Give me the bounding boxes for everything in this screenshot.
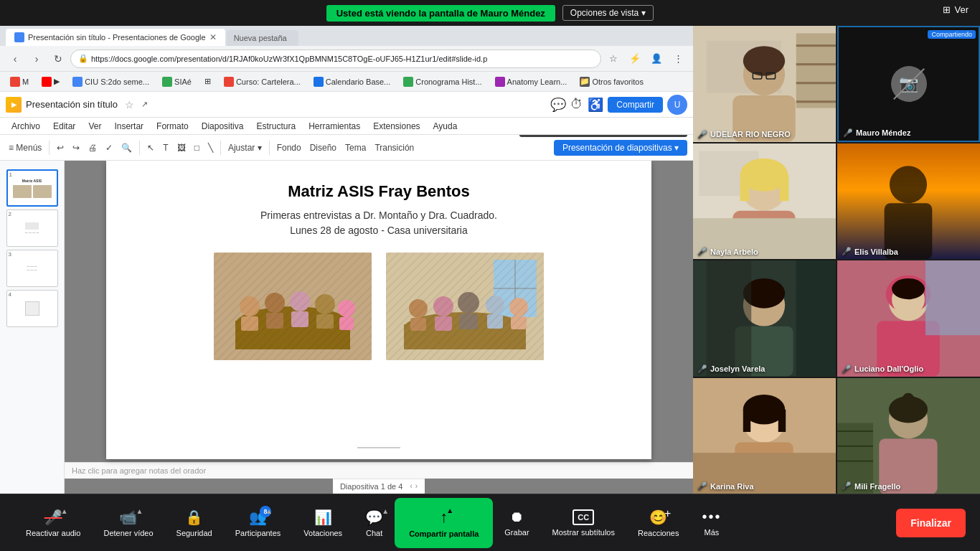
zoom-btn[interactable]: 🔍: [118, 138, 135, 157]
bookmark-cronograma[interactable]: Cronograma Hist...: [399, 75, 486, 88]
menu-editar[interactable]: Editar: [47, 120, 81, 133]
menu-formato[interactable]: Formato: [151, 120, 194, 133]
svg-point-23: [458, 292, 479, 314]
background-btn[interactable]: Fondo: [274, 138, 304, 157]
svg-rect-37: [796, 44, 836, 47]
menu-icon[interactable]: ⋮: [669, 50, 687, 68]
redo-btn[interactable]: ↪: [70, 138, 83, 157]
bookmark-calendar[interactable]: Calendario Base...: [309, 75, 395, 88]
record-button[interactable]: ⏺ Grabar: [493, 498, 540, 548]
mute-audio-button[interactable]: 🎤 ▲ Reactivar audio: [14, 498, 92, 548]
svg-point-9: [315, 294, 335, 314]
slide-4-thumb-content: [24, 300, 41, 317]
prev-slide-icon[interactable]: ‹: [410, 482, 412, 490]
bookmark-gmail[interactable]: M: [6, 75, 33, 88]
bookmark-ciu[interactable]: CIU S:2do seme...: [68, 75, 154, 88]
menu-ayuda[interactable]: Ayuda: [428, 120, 463, 133]
view-options-button[interactable]: Opciones de vista ▾: [562, 5, 654, 21]
print-btn[interactable]: 🖨: [85, 138, 100, 157]
layout-btn[interactable]: Diseño: [307, 138, 339, 157]
view-options-label: Opciones de vista: [570, 8, 639, 18]
tab-title: Presentación sin título - Presentaciones…: [28, 33, 206, 42]
menu-archivo[interactable]: Archivo: [6, 120, 46, 133]
next-slide-icon[interactable]: ›: [415, 482, 418, 490]
accessibility-icon[interactable]: ♿: [588, 97, 603, 113]
slide-thumb-3[interactable]: 3 — — — — — —: [6, 250, 58, 287]
slide-thumb-2[interactable]: 2 — — — —: [6, 209, 58, 247]
chat-label: Chat: [366, 529, 382, 537]
participant-video-mili: [837, 378, 980, 494]
polls-button[interactable]: 📊 Votaciones: [292, 498, 354, 548]
image-btn[interactable]: 🖼: [174, 138, 189, 157]
subtitles-button[interactable]: CC Mostrar subtítulos: [541, 498, 626, 548]
bookmark-apps[interactable]: ⊞: [200, 75, 215, 88]
finalize-button[interactable]: Finalizar: [896, 509, 966, 537]
bookmark-siae[interactable]: SIAé: [158, 75, 196, 88]
subtitles-label: Mostrar subtítulos: [552, 528, 615, 537]
participant-tile-elis: 🎤 Elis Villalba: [837, 143, 980, 260]
menu-extensiones[interactable]: Extensiones: [367, 120, 425, 133]
text-btn[interactable]: T: [160, 138, 171, 157]
menu-estructura[interactable]: Estructura: [250, 120, 301, 133]
undo-btn[interactable]: ↩: [54, 138, 67, 157]
adjustar-btn[interactable]: Ajustar ▾: [225, 138, 265, 157]
present-button[interactable]: Presentación de diapositivas ▾: [554, 140, 687, 156]
bookmark-cartelera[interactable]: Curso: Cartelera...: [220, 75, 305, 88]
participant-name-mili: 🎤 Mili Fragello: [842, 481, 900, 491]
bookmark-star-icon[interactable]: ☆: [604, 50, 623, 68]
slides-logo-icon: ▶: [6, 97, 22, 113]
bookmarks-bar: M ▶ CIU S:2do seme... SIAé ⊞: [0, 72, 693, 92]
back-button[interactable]: ‹: [6, 50, 24, 68]
active-browser-tab[interactable]: Presentación sin título - Presentaciones…: [6, 29, 225, 46]
bookmark-anatomy[interactable]: Anatomy Learn...: [491, 75, 572, 88]
slide-notes-area[interactable]: Haz clic para agregar notas del orador: [65, 462, 693, 479]
notes-placeholder-text: Haz clic para agregar notas del orador: [72, 466, 206, 475]
lines-btn[interactable]: ╲: [205, 138, 216, 157]
svg-rect-71: [778, 409, 786, 431]
menu-insertar[interactable]: Insertar: [108, 120, 149, 133]
bookmark-others[interactable]: 📁 Otros favoritos: [575, 75, 648, 88]
cursor-btn[interactable]: ↖: [144, 138, 157, 157]
forward-button[interactable]: ›: [27, 50, 46, 68]
ver-button[interactable]: ⊞ Ver: [943, 4, 969, 15]
share-button[interactable]: Compartir: [608, 97, 663, 113]
theme-btn[interactable]: Tema: [342, 138, 369, 157]
present-tooltip: Iniciar presentación de diapositivas (Ct…: [519, 135, 687, 137]
shapes-btn[interactable]: □: [192, 138, 202, 157]
participant-video-nayla: [693, 143, 836, 260]
slides-status-bar: Diapositiva 1 de 4 ‹ ›: [333, 479, 425, 494]
inactive-browser-tab[interactable]: Nueva pestaña: [227, 30, 298, 46]
address-bar[interactable]: 🔒 https://docs.google.com/presentation/d…: [70, 50, 601, 68]
menu-ver[interactable]: Ver: [83, 120, 107, 133]
participants-button[interactable]: 👥 8 ▲ Participantes: [224, 498, 293, 548]
security-button[interactable]: 🔒 Seguridad: [165, 498, 224, 548]
more-button[interactable]: ••• Más: [690, 498, 732, 548]
no-video-overlay: [891, 66, 927, 102]
menu-diapositiva[interactable]: Diapositiva: [196, 120, 250, 133]
tab-close-icon[interactable]: ✕: [209, 32, 217, 42]
bookmark-youtube[interactable]: ▶: [37, 75, 64, 88]
comments-icon[interactable]: 💬: [550, 97, 566, 113]
star-icon[interactable]: ☆: [125, 99, 134, 110]
share-screen-button[interactable]: ↑ ▲ Compartir pantalla: [395, 498, 493, 548]
slide-thumb-1[interactable]: 1 Matriz ASIS: [6, 169, 58, 207]
menu-herramientas[interactable]: Herramientas: [303, 120, 366, 133]
spellcheck-btn[interactable]: ✓: [103, 138, 116, 157]
slide-thumb-4[interactable]: 4: [6, 290, 58, 327]
menus-btn[interactable]: ≡ Menús: [6, 138, 44, 157]
chat-button[interactable]: 💬 ▲ Chat: [354, 498, 395, 548]
svg-rect-10: [316, 314, 334, 329]
slide-number-4: 4: [9, 291, 11, 298]
stop-video-button[interactable]: 📹 ▲ Detener vídeo: [92, 498, 164, 548]
svg-point-64: [892, 278, 925, 299]
participants-arrow: ▲: [265, 507, 273, 515]
slideshow-history-icon[interactable]: ⏱: [570, 97, 583, 112]
slide-number-1: 1: [9, 171, 12, 178]
participant-video-luciano: [837, 260, 980, 377]
transition-btn[interactable]: Transición: [372, 138, 417, 157]
refresh-button[interactable]: ↻: [49, 50, 67, 68]
participant-tile-mauro: 📷 Compartiendo 🎤 Mauro Méndez: [837, 26, 980, 142]
profile-icon[interactable]: 👤: [647, 50, 666, 68]
reactions-button[interactable]: 😊 + Reacciones: [626, 498, 690, 548]
extensions-icon[interactable]: ⚡: [626, 50, 644, 68]
